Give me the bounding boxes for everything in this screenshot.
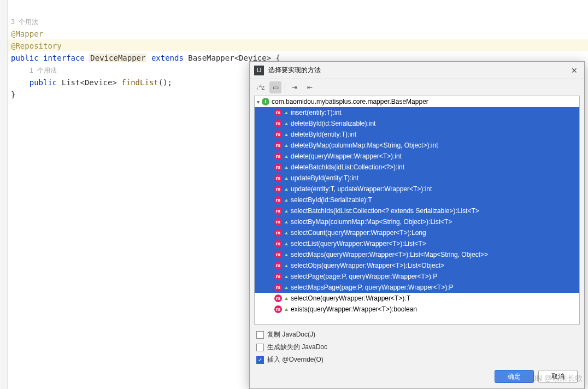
method-signature: selectByMap(columnMap:Map<String, Object… (291, 218, 452, 226)
override-up-icon (284, 263, 289, 268)
method-signature: selectMaps(queryWrapper:Wrapper<T>):List… (291, 251, 488, 258)
override-up-icon (284, 187, 289, 191)
method-icon: m (274, 163, 282, 171)
method-item[interactable]: mdelete(queryWrapper:Wrapper<T>):int (255, 151, 579, 162)
override-up-icon (284, 121, 289, 126)
method-icon: m (274, 284, 282, 291)
method-item[interactable]: mdeleteBatchIds(idList:Collection<?>):in… (255, 162, 579, 173)
method-item[interactable]: minsert(entity:T):int (255, 107, 579, 118)
override-up-icon (284, 132, 289, 137)
method-icon: m (274, 294, 282, 302)
method-signature: delete(queryWrapper:Wrapper<T>):int (291, 152, 402, 160)
collapse-all-button[interactable]: ⇤ (304, 81, 316, 93)
brace-close: } (11, 90, 15, 99)
method-signature: selectById(id:Serializable):T (291, 196, 372, 204)
method-icon: m (274, 120, 282, 127)
kw-public-2: public (30, 78, 57, 87)
method-name: findList (121, 78, 158, 87)
override-up-icon (284, 252, 289, 257)
override-up-icon (284, 241, 289, 246)
intellij-icon: IJ (254, 66, 264, 75)
override-up-icon (284, 176, 289, 180)
method-signature: selectMapsPage(page:P, queryWrapper:Wrap… (291, 284, 454, 291)
method-signature: deleteBatchIds(idList:Collection<?>):int (291, 163, 404, 171)
method-icon: m (274, 240, 282, 247)
method-item[interactable]: mselectList(queryWrapper:Wrapper<T>):Lis… (255, 238, 579, 249)
method-signature: insert(entity:T):int (291, 109, 342, 116)
override-up-icon (284, 209, 289, 213)
kw-public: public (11, 54, 39, 62)
annotation-mapper: @Mapper (11, 30, 43, 38)
method-item[interactable]: mselectBatchIds(idList:Collection<? exte… (255, 205, 579, 216)
method-item[interactable]: mdeleteById(entity:T):int (255, 129, 579, 140)
method-signature: selectBatchIds(idList:Collection<? exten… (291, 207, 479, 215)
method-item[interactable]: mselectMapsPage(page:P, queryWrapper:Wra… (255, 282, 579, 293)
copy-javadoc-checkbox[interactable]: 复制 JavaDoc(J) (256, 330, 578, 339)
method-icon: m (274, 174, 282, 182)
method-icon: m (274, 207, 282, 215)
kw-extends: extends (151, 54, 184, 62)
method-item[interactable]: mselectCount(queryWrapper:Wrapper<T>):Lo… (255, 227, 579, 238)
method-signature: deleteByMap(columnMap:Map<String, Object… (291, 142, 438, 149)
method-item[interactable]: mupdateById(entity:T):int (255, 173, 579, 184)
method-icon: m (274, 152, 282, 160)
close-button[interactable]: ✕ (569, 65, 580, 76)
method-signature: update(entity:T, updateWrapper:Wrapper<T… (291, 185, 432, 193)
method-signature: deleteById(id:Serializable):int (291, 120, 375, 127)
expand-all-button[interactable]: ⇥ (289, 81, 301, 93)
method-icon: m (274, 142, 282, 149)
sort-visibility-button[interactable]: ▭ (269, 81, 281, 93)
method-item[interactable]: mexists(queryWrapper:Wrapper<T>):boolean (255, 304, 579, 315)
checkbox-icon[interactable] (256, 331, 264, 339)
sort-alpha-button[interactable]: ↓ᴬz (254, 81, 266, 93)
implement-methods-dialog: IJ 选择要实现的方法 ✕ ↓ᴬz ▭ ⇥ ⇤ ▾ I com.baomidou… (249, 61, 585, 389)
checkbox-label: 插入 @Override(O) (267, 355, 324, 364)
method-signature: selectObjs(queryWrapper:Wrapper<T>):List… (291, 262, 444, 269)
method-item[interactable]: mselectMaps(queryWrapper:Wrapper<T>):Lis… (255, 249, 579, 260)
checkbox-icon[interactable]: ✓ (256, 356, 264, 364)
method-signature: selectOne(queryWrapper:Wrapper<T>):T (291, 294, 410, 302)
method-item[interactable]: mselectObjs(queryWrapper:Wrapper<T>):Lis… (255, 260, 579, 271)
method-signature: selectCount(queryWrapper:Wrapper<T>):Lon… (291, 229, 426, 237)
editor-gutter (0, 0, 8, 389)
override-up-icon (284, 165, 289, 169)
method-tree[interactable]: ▾ I com.baomidou.mybatisplus.core.mapper… (254, 96, 580, 325)
method-icon: m (274, 196, 282, 204)
tree-root-node[interactable]: ▾ I com.baomidou.mybatisplus.core.mapper… (255, 96, 579, 107)
method-item[interactable]: mupdate(entity:T, updateWrapper:Wrapper<… (255, 184, 579, 194)
root-label: com.baomidou.mybatisplus.core.mapper.Bas… (272, 98, 428, 105)
method-icon: m (274, 109, 282, 116)
override-up-icon (284, 285, 289, 290)
method-signature: selectPage(page:P, queryWrapper:Wrapper<… (291, 273, 437, 280)
dialog-titlebar[interactable]: IJ 选择要实现的方法 ✕ (250, 62, 584, 79)
usage-hint-inner: 1 个用法 (30, 67, 57, 74)
method-item[interactable]: mselectByMap(columnMap:Map<String, Objec… (255, 216, 579, 227)
method-signature: selectList(queryWrapper:Wrapper<T>):List… (291, 240, 426, 247)
cancel-button[interactable]: 取消 (538, 370, 578, 383)
override-up-icon (284, 198, 289, 202)
dialog-footer: 复制 JavaDoc(J) 生成缺失的 JavaDoc ✓ 插入 @Overri… (250, 325, 584, 388)
method-icon: m (274, 218, 282, 226)
method-item[interactable]: mselectById(id:Serializable):T (255, 194, 579, 205)
checkbox-icon[interactable] (256, 344, 264, 351)
code-content[interactable]: 3 个用法 @Mapper @Repository public interfa… (11, 3, 280, 101)
ok-button[interactable]: 确定 (495, 370, 534, 383)
method-item[interactable]: mdeleteById(id:Serializable):int (255, 118, 579, 129)
override-up-icon (284, 274, 289, 279)
button-row: 确定 取消 (256, 370, 578, 383)
insert-override-checkbox[interactable]: ✓ 插入 @Override(O) (256, 355, 578, 364)
method-icon: m (274, 273, 282, 280)
checkbox-label: 复制 JavaDoc(J) (267, 330, 315, 339)
method-icon: m (274, 185, 282, 193)
override-up-icon (284, 231, 289, 235)
method-item[interactable]: mselectPage(page:P, queryWrapper:Wrapper… (255, 271, 579, 282)
method-item[interactable]: mselectOne(queryWrapper:Wrapper<T>):T (255, 293, 579, 304)
override-up-icon (284, 110, 289, 115)
method-list: minsert(entity:T):intmdeleteById(id:Seri… (255, 107, 579, 315)
gen-missing-javadoc-checkbox[interactable]: 生成缺失的 JavaDoc (256, 343, 578, 352)
method-icon: m (274, 305, 282, 313)
dialog-title: 选择要实现的方法 (268, 66, 569, 75)
method-item[interactable]: mdeleteByMap(columnMap:Map<String, Objec… (255, 140, 579, 151)
chevron-down-icon[interactable]: ▾ (257, 99, 260, 105)
override-up-icon (284, 220, 289, 224)
